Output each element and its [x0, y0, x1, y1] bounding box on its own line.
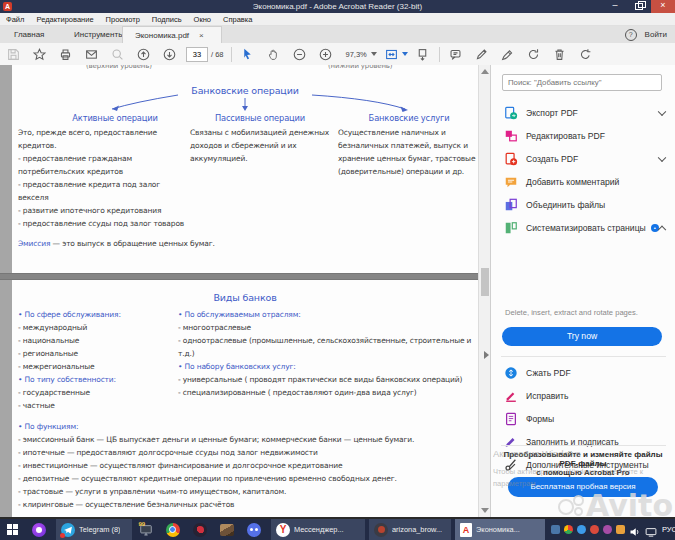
taskbar-arizona-button[interactable]: arizona_brow... [369, 519, 451, 540]
monitor-app-icon: 99 [139, 523, 153, 536]
fill-sign-pen-button[interactable] [495, 44, 521, 64]
tray-app-icon-3[interactable] [577, 525, 586, 534]
photo-thumbnail-icon [220, 524, 234, 536]
messenger-label: Мессенджер... [294, 525, 344, 534]
chevron-up-icon[interactable] [658, 225, 666, 233]
menu-file[interactable]: Файл [0, 15, 30, 24]
tool-fix[interactable]: Исправить [491, 384, 675, 407]
taskbar-discord-button[interactable] [240, 519, 267, 540]
economics-label: Экономика... [476, 525, 520, 534]
panel-collapse-handle[interactable] [484, 351, 489, 359]
menu-window[interactable]: Окно [188, 15, 217, 24]
restore-button[interactable] [627, 0, 651, 13]
diagram-arrows [0, 65, 490, 135]
network-icon[interactable] [645, 524, 657, 536]
taskbar-chrome-button[interactable] [159, 519, 186, 540]
toolbar-separator [231, 47, 232, 62]
scroll-up-arrow[interactable] [481, 69, 489, 74]
taskbar-economics-button[interactable]: A Экономика... [455, 519, 545, 540]
save-button[interactable] [0, 44, 26, 64]
fit-width-dropdown[interactable] [384, 44, 410, 64]
taskbar-monitor-app-button[interactable]: 99 [132, 519, 159, 540]
yandex-messenger-icon: Y [276, 523, 290, 537]
emission-rest: — это выпуск в обращение ценных бумаг. [50, 239, 214, 248]
windows-activation-watermark: Чтобы активировать Windows, перейдите к [493, 467, 643, 476]
taskbar-photo-app-button[interactable] [213, 519, 240, 540]
tool-combine-files[interactable]: Объединить файлы [491, 193, 675, 216]
send-for-signature-button[interactable] [521, 44, 547, 64]
zoom-level-dropdown[interactable]: 97,3% [342, 48, 381, 61]
tool-add-comment[interactable]: Добавить комментарий [491, 170, 675, 193]
rotate-pages-button[interactable] [573, 44, 599, 64]
vertical-scrollbar[interactable] [478, 65, 490, 517]
tray-app-icon-4[interactable] [590, 525, 599, 534]
passive-operations-text: Связаны с мобилизацией денежных доходов … [190, 126, 332, 165]
menu-sign[interactable]: Подпись [146, 15, 188, 24]
page-scrolling-button[interactable] [410, 44, 436, 64]
toolbar: / 68 97,3% [0, 43, 675, 66]
taskbar-messenger-button[interactable]: Y Мессенджер... [271, 519, 365, 540]
chevron-down-icon[interactable] [658, 107, 666, 115]
menu-view[interactable]: Просмотр [100, 15, 146, 24]
tool-edit-pdf[interactable]: Редактировать PDF [491, 124, 675, 147]
tool-compress-pdf[interactable]: Сжать PDF [491, 361, 675, 384]
tool-create-pdf[interactable]: Создать PDF [491, 147, 675, 170]
create-pdf-icon [504, 152, 518, 166]
delete-pages-button[interactable] [547, 44, 573, 64]
search-button[interactable] [104, 44, 130, 64]
scroll-down-arrow[interactable] [481, 508, 489, 513]
page-number-input[interactable] [186, 47, 208, 62]
tray-app-icon-vk[interactable] [551, 525, 560, 534]
menu-edit[interactable]: Редактирование [30, 15, 99, 24]
zoom-in-button[interactable] [313, 44, 339, 64]
tab-document[interactable]: Экономика.pdf× [122, 26, 222, 43]
zoom-out-button[interactable] [287, 44, 313, 64]
tray-app-icon-5[interactable] [603, 525, 612, 534]
tray-app-icon-6[interactable] [616, 525, 625, 534]
tab-home[interactable]: Главная [2, 26, 56, 43]
close-button[interactable]: × [651, 0, 675, 13]
try-now-button[interactable]: Try now [502, 327, 662, 346]
email-button[interactable] [78, 44, 104, 64]
pencil-edit-button[interactable] [469, 44, 495, 64]
select-tool-button[interactable] [235, 44, 261, 64]
tool-export-pdf[interactable]: Экспорт PDF [491, 101, 675, 124]
page-total: / 68 [211, 50, 224, 59]
volume-icon[interactable] [629, 524, 641, 536]
print-button[interactable] [52, 44, 78, 64]
start-button[interactable] [0, 519, 26, 540]
chevron-down-icon[interactable] [658, 153, 666, 161]
menubar: Файл Редактирование Просмотр Подпись Окн… [0, 13, 675, 26]
comment-button[interactable] [443, 44, 469, 64]
taskbar-telegram-button[interactable]: Telegram (8) [56, 519, 132, 540]
taskbar-darkred-app-button[interactable] [186, 519, 213, 540]
organize-pages-icon [504, 221, 518, 235]
scrollbar-thumb[interactable] [481, 268, 489, 296]
tools-search-input[interactable] [502, 74, 662, 91]
hand-tool-button[interactable] [261, 44, 287, 64]
tool-organize-pages[interactable]: Систематизировать страницы • [491, 216, 675, 239]
tray-app-icon-2[interactable] [564, 525, 573, 534]
taskbar-alice-button[interactable] [26, 519, 52, 540]
star-favorites-button[interactable] [26, 44, 52, 64]
edit-pdf-icon [504, 129, 518, 143]
minimize-button[interactable]: – [603, 0, 627, 13]
tools-panel: Экспорт PDF Редактировать PDF Создать PD… [490, 65, 675, 517]
tool-forms[interactable]: Формы [491, 407, 675, 430]
banks-right-column: • По обслуживаемым отраслям: - многоотра… [178, 308, 478, 399]
menu-help[interactable]: Справка [217, 15, 258, 24]
badge-99: 99 [139, 521, 146, 527]
tabbar: Главная Инструменты Экономика.pdf× ? Вой… [0, 26, 675, 43]
banks-functions-list: • По функциям: - эмиссионный банк — ЦБ в… [18, 420, 476, 511]
arizona-browser-icon [374, 523, 388, 537]
next-page-button[interactable] [156, 44, 182, 64]
tab-close-icon[interactable]: × [199, 31, 204, 40]
dark-red-app-icon [193, 523, 207, 537]
taskbar: Telegram (8) 99 Y [0, 519, 675, 540]
language-indicator[interactable]: РУС [662, 525, 675, 534]
help-icon[interactable]: ? [625, 29, 637, 41]
signin-button[interactable]: Войти [645, 30, 667, 39]
previous-page-button[interactable] [130, 44, 156, 64]
windows-logo-icon [7, 524, 19, 536]
discord-icon [247, 523, 261, 537]
